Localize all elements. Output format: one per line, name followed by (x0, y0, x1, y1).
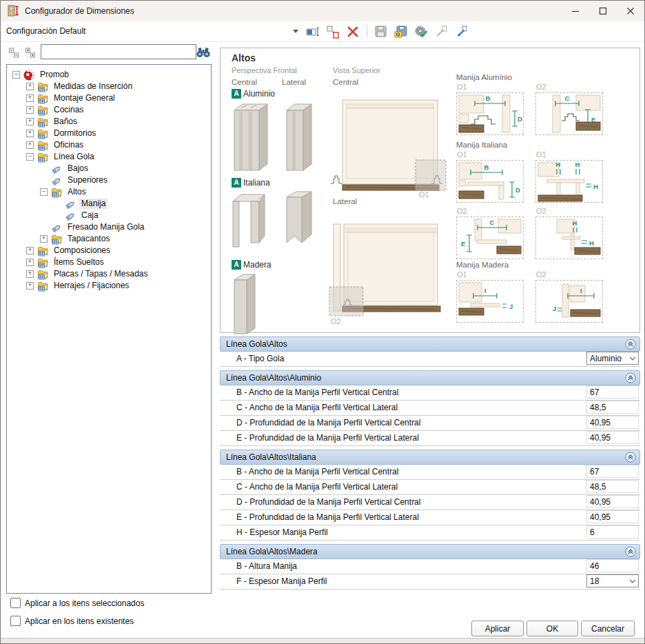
property-section-header[interactable]: Línea Gola\Altos\Aluminio (220, 370, 640, 385)
property-value-field[interactable]: 48,5 (586, 480, 639, 493)
import-arrow-icon (434, 25, 448, 39)
tree-item-l-nea-gola[interactable]: − Línea Gola (7, 151, 211, 163)
tree-item-tems-sueltos[interactable]: + Ítems Sueltos (7, 256, 211, 268)
folder-icon (37, 93, 48, 104)
import-configuration-button[interactable] (433, 24, 449, 39)
diagram-aluminio-o1: B D (456, 92, 524, 135)
property-value-field[interactable]: 48,5 (586, 401, 639, 414)
aplicar-button[interactable]: Aplicar (471, 621, 524, 636)
duplicate-configuration-button[interactable] (325, 24, 340, 39)
tree-item-bajos[interactable]: Bajos (7, 163, 211, 174)
rename-configuration-button[interactable] (305, 24, 320, 39)
collapse-box-icon[interactable]: − (40, 188, 48, 196)
section-collapse-icon[interactable] (625, 339, 636, 350)
find-button[interactable] (195, 44, 212, 59)
expand-box-icon[interactable]: + (26, 270, 34, 278)
save-button[interactable] (373, 24, 389, 39)
collapse-all-button[interactable] (6, 45, 21, 60)
tree-item-cocinas[interactable]: + Cocinas (7, 104, 211, 116)
export-configuration-button[interactable] (453, 24, 469, 39)
checkbox-aplicar-seleccionados[interactable]: Aplicar a los itens seleccionados (10, 598, 144, 608)
save-as-button[interactable] (393, 24, 409, 39)
maximize-icon (599, 7, 607, 15)
property-section-header[interactable]: Línea Gola\Altos\Madera (220, 544, 640, 559)
diagram-tag: O1 (536, 150, 546, 159)
tree-item-superiores[interactable]: Superiores (7, 174, 211, 186)
collapse-box-icon[interactable]: − (12, 71, 20, 79)
checkbox-label: Aplicar a los itens seleccionados (25, 598, 144, 608)
property-value-field[interactable]: 67 (586, 385, 639, 399)
property-section-title: Línea Gola\Altos (226, 339, 287, 349)
tree-item-ba-os[interactable]: + Baños (7, 116, 211, 128)
checkbox-box-icon[interactable] (10, 598, 21, 608)
property-section-header[interactable]: Línea Gola\Altos\Italiana (220, 450, 640, 465)
tree-item-altos[interactable]: − Altos (7, 186, 211, 198)
svg-text:D: D (515, 186, 520, 194)
property-value-field[interactable]: 40,95 (586, 495, 639, 508)
expand-box-icon[interactable]: + (26, 94, 34, 102)
apply-configuration-button[interactable] (413, 24, 429, 39)
tree-item-herrajes-fijaciones[interactable]: + Herrajes / Fijaciones (7, 280, 211, 292)
property-value: 46 (590, 561, 599, 571)
configuration-combo[interactable]: Configuración Default (6, 21, 85, 41)
tree-item-montaje-general[interactable]: + Montaje General (7, 92, 211, 104)
tree-item-caja[interactable]: Caja (7, 210, 211, 221)
tree-search-input[interactable] (41, 44, 196, 59)
expand-box-icon[interactable]: + (26, 141, 34, 149)
collapse-box-icon[interactable]: − (26, 153, 34, 161)
delete-configuration-button[interactable] (345, 24, 360, 39)
tree-item-fresado-manija-gola[interactable]: Fresado Manija Gola (7, 221, 211, 233)
tree-item-medidas-de-inserci-n[interactable]: + Medidas de Inserción (7, 81, 211, 92)
tree-item-placas-tapas-mesadas[interactable]: + Placas / Tapas / Mesadas (7, 268, 211, 280)
tree-item-dormitorios[interactable]: + Dormitorios (7, 128, 211, 139)
close-button[interactable] (617, 1, 644, 21)
expand-box-icon[interactable]: + (26, 83, 34, 90)
ok-button[interactable]: OK (526, 621, 578, 636)
tree-item-label: Tapacantos (65, 234, 112, 244)
svg-text:I: I (580, 287, 582, 294)
save-as-disk-icon (394, 25, 408, 39)
diagram-tag: O1 (457, 83, 467, 91)
expand-box-icon[interactable]: + (26, 282, 34, 290)
label-superior-lateral: Lateral (333, 197, 357, 205)
minimize-button[interactable] (562, 1, 589, 21)
tree-item-promob[interactable]: − Promob (7, 69, 211, 81)
svg-text:C: C (490, 219, 495, 226)
section-collapse-icon[interactable] (625, 372, 636, 383)
expand-box-icon[interactable]: + (26, 118, 34, 125)
property-value-field[interactable]: 40,95 (586, 510, 639, 523)
section-collapse-icon[interactable] (625, 452, 636, 463)
property-value-field[interactable]: 46 (586, 559, 639, 572)
configuration-combo-arrow-icon[interactable] (293, 30, 298, 33)
property-value: 40,95 (590, 433, 611, 443)
expand-box-icon[interactable]: + (26, 247, 34, 254)
property-value-field[interactable]: 67 (586, 465, 639, 478)
property-section-header[interactable]: Línea Gola\Altos (220, 336, 640, 352)
property-value-field[interactable]: 6 (586, 525, 639, 539)
property-value: 67 (590, 388, 599, 397)
property-dropdown[interactable]: 18 (586, 574, 639, 587)
cancelar-button[interactable]: Cancelar (581, 621, 635, 636)
property-value-field[interactable]: 40,95 (586, 416, 639, 429)
property-dropdown[interactable]: Aluminio (586, 352, 639, 365)
section-collapse-icon[interactable] (625, 546, 636, 557)
tree-item-manija[interactable]: Manija (7, 198, 211, 210)
tree-item-composiciones[interactable]: + Composiciones (7, 245, 211, 256)
expand-box-icon[interactable]: + (26, 106, 34, 114)
property-value-field[interactable]: 40,95 (586, 431, 639, 444)
checkbox-box-icon[interactable] (10, 616, 21, 626)
expand-box-icon[interactable]: + (40, 235, 48, 243)
maximize-button[interactable] (589, 1, 617, 21)
expand-box-icon[interactable]: + (26, 259, 34, 266)
expand-box-icon[interactable]: + (26, 130, 34, 137)
svg-text:B: B (484, 163, 489, 171)
svg-text:H: H (556, 161, 561, 168)
binoculars-icon (196, 46, 211, 58)
tree-item-oficinas[interactable]: + Oficinas (7, 139, 211, 151)
property-grid: Línea Gola\Altos A - Tipo GolaAluminio L… (220, 336, 640, 590)
checkbox-aplicar-existentes[interactable]: Aplicar en los itens existentes (10, 616, 134, 626)
property-row-d-profundidad-de-la-manija-perfil-vertical-central: D - Profundidad de la Manija Perfil Vert… (220, 495, 640, 510)
tag-icon (51, 163, 62, 174)
expand-all-button[interactable] (23, 45, 38, 60)
tree-item-tapacantos[interactable]: + Tapacantos (7, 233, 211, 245)
